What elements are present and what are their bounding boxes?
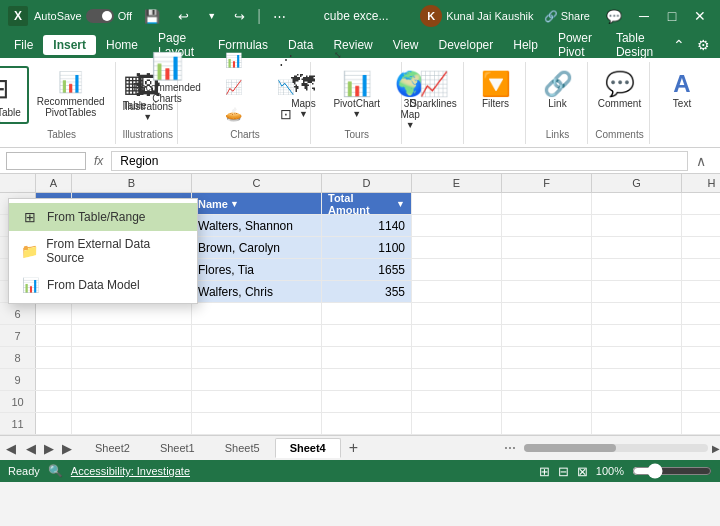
filter-arrow-name[interactable]: ▼ [230, 199, 239, 209]
cell-8-C[interactable] [192, 347, 322, 368]
charts-expand-button[interactable]: ⤡ [313, 47, 363, 63]
h-scrollbar-thumb[interactable] [524, 444, 616, 452]
menu-developer[interactable]: Developer [429, 35, 504, 55]
share-btn[interactable]: 🔗 Share [538, 8, 596, 25]
cell-3-G[interactable] [592, 237, 682, 258]
cell-4-D[interactable]: 1655 [322, 259, 412, 280]
cell-2-G[interactable] [592, 215, 682, 236]
from-data-model-item[interactable]: 📊 From Data Model [9, 271, 197, 299]
cell-3-C[interactable]: Brown, Carolyn [192, 237, 322, 258]
cell-3-D[interactable]: 1100 [322, 237, 412, 258]
cell-4-G[interactable] [592, 259, 682, 280]
cell-5-E[interactable] [412, 281, 502, 302]
name-box[interactable] [6, 152, 86, 170]
cell-5-C[interactable]: Walfers, Chris [192, 281, 322, 302]
cell-7-F[interactable] [502, 325, 592, 346]
view-break-btn[interactable]: ⊠ [577, 464, 588, 479]
cell-9-D[interactable] [322, 369, 412, 390]
cell-8-B[interactable] [72, 347, 192, 368]
scroll-right-arrow[interactable]: ▶ [712, 443, 720, 454]
cell-9-F[interactable] [502, 369, 592, 390]
cell-4-F[interactable] [502, 259, 592, 280]
collapse-ribbon-btn[interactable]: ⌃ [667, 35, 691, 55]
cell-7-H[interactable] [682, 325, 720, 346]
menu-help[interactable]: Help [503, 35, 548, 55]
cell-1-F[interactable] [502, 193, 592, 214]
cell-6-E[interactable] [412, 303, 502, 324]
cell-5-G[interactable] [592, 281, 682, 302]
pie-chart-button[interactable]: 🥧 [209, 101, 259, 127]
cell-6-F[interactable] [502, 303, 592, 324]
cell-3-F[interactable] [502, 237, 592, 258]
quick-access-btn[interactable]: ⋯ [267, 7, 292, 26]
cell-6-D[interactable] [322, 303, 412, 324]
tab-sheet1[interactable]: Sheet1 [145, 438, 210, 458]
cell-10-C[interactable] [192, 391, 322, 412]
cell-9-B[interactable] [72, 369, 192, 390]
sparklines-button[interactable]: 📈 Sparklines [404, 66, 463, 124]
cell-6-B[interactable] [72, 303, 192, 324]
cell-8-E[interactable] [412, 347, 502, 368]
cell-7-B[interactable] [72, 325, 192, 346]
menu-table-design[interactable]: Table Design [606, 28, 667, 62]
cell-4-H[interactable] [682, 259, 720, 280]
cell-11-F[interactable] [502, 413, 592, 434]
cell-11-D[interactable] [322, 413, 412, 434]
recommended-charts-button[interactable]: 📊 RecommendedCharts [127, 47, 207, 105]
cell-7-A[interactable] [36, 325, 72, 346]
close-button[interactable]: ✕ [688, 4, 712, 28]
pivottable-button[interactable]: ⊞ PivotTable ▼ [0, 66, 29, 124]
cell-8-A[interactable] [36, 347, 72, 368]
cell-5-D[interactable]: 355 [322, 281, 412, 302]
cell-6-G[interactable] [592, 303, 682, 324]
text-button[interactable]: A Text [660, 66, 704, 124]
accessibility-text[interactable]: Accessibility: Investigate [71, 465, 190, 477]
cell-1-H[interactable] [682, 193, 720, 214]
cell-11-A[interactable] [36, 413, 72, 434]
cell-11-B[interactable] [72, 413, 192, 434]
cell-6-H[interactable] [682, 303, 720, 324]
cell-7-E[interactable] [412, 325, 502, 346]
cell-8-F[interactable] [502, 347, 592, 368]
filters-button[interactable]: 🔽 Filters [474, 66, 518, 124]
minimize-button[interactable]: ─ [632, 4, 656, 28]
recommended-pivottables-button[interactable]: 📊 RecommendedPivotTables [31, 66, 111, 124]
cell-3-E[interactable] [412, 237, 502, 258]
user-avatar[interactable]: K [420, 5, 442, 27]
cell-11-C[interactable] [192, 413, 322, 434]
maximize-button[interactable]: □ [660, 4, 684, 28]
cell-11-E[interactable] [412, 413, 502, 434]
cell-9-E[interactable] [412, 369, 502, 390]
cell-3-H[interactable] [682, 237, 720, 258]
comment-btn[interactable]: 💬 [600, 7, 628, 26]
cell-6-A[interactable] [36, 303, 72, 324]
menu-file[interactable]: File [4, 35, 43, 55]
cell-2-H[interactable] [682, 215, 720, 236]
cell-10-B[interactable] [72, 391, 192, 412]
cell-10-D[interactable] [322, 391, 412, 412]
cell-2-C[interactable]: Walters, Shannon [192, 215, 322, 236]
scroll-left-btn[interactable]: ◀ [0, 439, 22, 458]
cell-5-H[interactable] [682, 281, 720, 302]
cell-9-G[interactable] [592, 369, 682, 390]
scroll-right2-btn[interactable]: ▶ [58, 439, 76, 458]
undo-dropdown[interactable]: ▼ [201, 9, 222, 23]
cell-7-G[interactable] [592, 325, 682, 346]
add-sheet-button[interactable]: + [341, 439, 366, 457]
undo-button[interactable]: ↩ [172, 7, 195, 26]
cell-10-F[interactable] [502, 391, 592, 412]
comment-ribbon-button[interactable]: 💬 Comment [592, 66, 647, 124]
maps-button[interactable]: 🗺 Maps ▼ [281, 66, 325, 124]
filter-arrow-total[interactable]: ▼ [396, 199, 405, 209]
line-chart-button[interactable]: 📈 [209, 74, 259, 100]
cell-4-E[interactable] [412, 259, 502, 280]
cell-11-H[interactable] [682, 413, 720, 434]
scroll-options[interactable]: ⋯ [500, 441, 520, 455]
scroll-left2-btn[interactable]: ◀ [22, 439, 40, 458]
scroll-right-btn[interactable]: ▶ [40, 439, 58, 458]
cell-10-A[interactable] [36, 391, 72, 412]
cell-1-E[interactable] [412, 193, 502, 214]
cell-4-C[interactable]: Flores, Tia [192, 259, 322, 280]
cell-10-G[interactable] [592, 391, 682, 412]
cell-9-H[interactable] [682, 369, 720, 390]
